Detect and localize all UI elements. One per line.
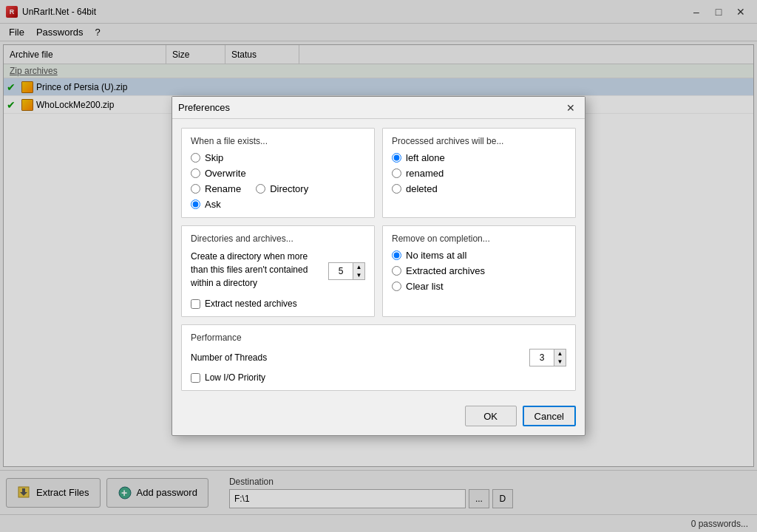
option-left-alone[interactable]: left alone xyxy=(392,152,566,163)
dialog-footer: OK Cancel xyxy=(172,400,585,435)
low-io-priority-checkbox[interactable]: Low I/O Priority xyxy=(191,372,566,383)
option-deleted[interactable]: deleted xyxy=(392,183,566,194)
option-skip[interactable]: Skip xyxy=(191,152,365,163)
radio-directory[interactable] xyxy=(256,184,265,194)
ok-button[interactable]: OK xyxy=(465,406,517,426)
option-clear-list[interactable]: Clear list xyxy=(392,281,566,292)
remove-on-completion-panel: Remove on completion... No items at all … xyxy=(382,225,576,317)
performance-panel: Performance Number of Threads ▲ ▼ Low I/… xyxy=(181,324,576,391)
option-ask[interactable]: Ask xyxy=(191,199,365,210)
performance-title: Performance xyxy=(191,332,566,343)
spinbox-buttons-threads: ▲ ▼ xyxy=(554,349,566,366)
label-renamed: renamed xyxy=(406,168,444,179)
create-dir-input[interactable] xyxy=(329,263,353,279)
label-overwrite: Overwrite xyxy=(205,168,246,179)
threads-spinbox-down[interactable]: ▼ xyxy=(554,358,566,366)
extract-nested-checkbox[interactable]: Extract nested archives xyxy=(191,299,365,309)
checkbox-low-io[interactable] xyxy=(191,373,200,383)
option-no-items[interactable]: No items at all xyxy=(392,250,566,261)
num-threads-label: Number of Threads xyxy=(191,352,525,363)
processed-archives-options: left alone renamed deleted xyxy=(392,152,566,194)
low-io-label: Low I/O Priority xyxy=(205,372,265,383)
num-threads-spinbox: ▲ ▼ xyxy=(529,349,566,366)
label-extracted-archives: Extracted archives xyxy=(406,265,485,276)
radio-clear-list[interactable] xyxy=(392,282,401,291)
label-directory: Directory xyxy=(270,183,308,194)
radio-left-alone[interactable] xyxy=(392,153,401,163)
threads-spinbox-up[interactable]: ▲ xyxy=(554,349,566,358)
directories-title: Directories and archives... xyxy=(191,233,365,244)
spinbox-buttons: ▲ ▼ xyxy=(353,263,364,279)
radio-ask[interactable] xyxy=(191,200,200,209)
spinbox-down[interactable]: ▼ xyxy=(353,271,364,279)
label-ask: Ask xyxy=(205,199,221,210)
when-file-exists-options: Skip Overwrite Rename xyxy=(191,152,365,210)
radio-deleted[interactable] xyxy=(392,184,401,194)
processed-archives-panel: Processed archives will be... left alone… xyxy=(382,128,576,218)
option-renamed[interactable]: renamed xyxy=(392,168,566,179)
label-no-items: No items at all xyxy=(406,250,466,261)
remove-on-completion-title: Remove on completion... xyxy=(392,233,566,244)
label-deleted: deleted xyxy=(406,183,438,194)
preferences-dialog: Preferences ✕ When a file exists... Skip xyxy=(172,96,585,436)
create-dir-label: Create a directory when more than this f… xyxy=(191,250,324,290)
num-threads-input[interactable] xyxy=(530,349,554,366)
radio-overwrite[interactable] xyxy=(191,168,200,178)
option-overwrite[interactable]: Overwrite xyxy=(191,168,365,179)
dialog-top-row: When a file exists... Skip Overwrite xyxy=(181,128,576,218)
radio-renamed[interactable] xyxy=(392,168,401,178)
label-left-alone: left alone xyxy=(406,152,445,163)
create-dir-spinbox: ▲ ▼ xyxy=(328,262,365,280)
label-clear-list: Clear list xyxy=(406,281,444,292)
option-extracted-archives[interactable]: Extracted archives xyxy=(392,265,566,276)
processed-archives-title: Processed archives will be... xyxy=(392,136,566,146)
dialog-body: When a file exists... Skip Overwrite xyxy=(172,119,585,400)
when-file-exists-panel: When a file exists... Skip Overwrite xyxy=(181,128,375,218)
directories-panel: Directories and archives... Create a dir… xyxy=(181,225,375,317)
cancel-button[interactable]: Cancel xyxy=(523,406,576,426)
dialog-overlay: Preferences ✕ When a file exists... Skip xyxy=(0,0,757,532)
option-directory[interactable]: Directory xyxy=(256,183,308,194)
radio-extracted-archives[interactable] xyxy=(392,266,401,276)
label-skip: Skip xyxy=(205,152,223,163)
option-rename-directory-row: Rename Directory xyxy=(191,183,365,194)
dialog-close-button[interactable]: ✕ xyxy=(563,100,579,116)
checkbox-extract-nested[interactable] xyxy=(191,299,200,309)
radio-no-items[interactable] xyxy=(392,250,401,260)
when-file-exists-title: When a file exists... xyxy=(191,136,365,146)
radio-rename[interactable] xyxy=(191,184,200,194)
extract-nested-label: Extract nested archives xyxy=(205,299,297,309)
label-rename: Rename xyxy=(205,183,241,194)
dialog-title: Preferences xyxy=(178,102,563,113)
dialog-title-bar: Preferences ✕ xyxy=(172,97,585,119)
create-dir-row: Create a directory when more than this f… xyxy=(191,250,365,293)
remove-on-completion-options: No items at all Extracted archives Clear… xyxy=(392,250,566,292)
num-threads-row: Number of Threads ▲ ▼ xyxy=(191,349,566,366)
option-rename[interactable]: Rename xyxy=(191,183,241,194)
radio-skip[interactable] xyxy=(191,153,200,163)
dialog-bottom-row: Directories and archives... Create a dir… xyxy=(181,225,576,317)
spinbox-up[interactable]: ▲ xyxy=(353,263,364,271)
